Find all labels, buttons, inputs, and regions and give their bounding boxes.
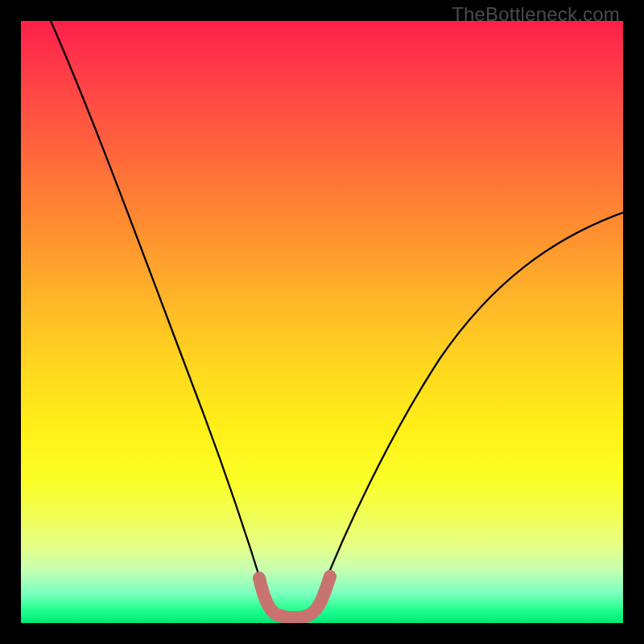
plot-area bbox=[21, 21, 623, 623]
curve-layer bbox=[51, 21, 623, 617]
watermark-text: TheBottleneck.com bbox=[452, 3, 620, 26]
chart-svg bbox=[21, 21, 623, 623]
main-curve bbox=[51, 21, 623, 615]
chart-frame: TheBottleneck.com bbox=[0, 0, 644, 644]
trough-highlight bbox=[259, 576, 330, 617]
